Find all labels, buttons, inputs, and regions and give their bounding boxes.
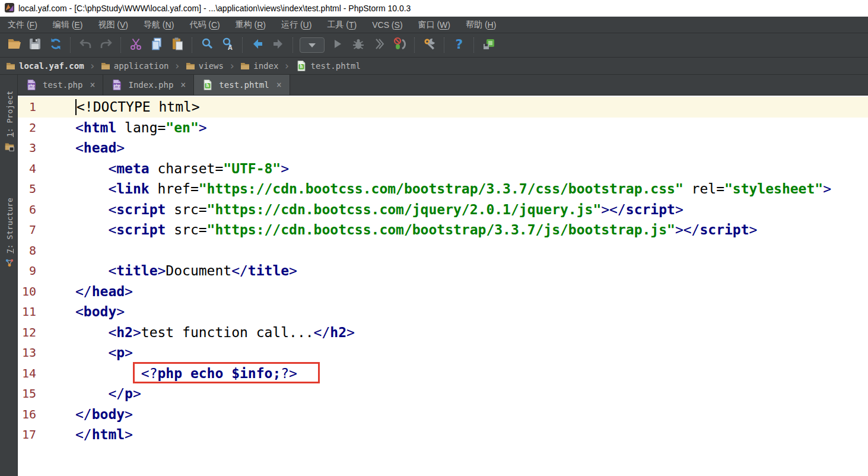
save-all-button[interactable] [24,36,45,54]
menu-item-c[interactable]: 代码 (C) [182,17,227,33]
cut-icon [129,37,143,53]
settings-button[interactable] [419,36,440,54]
line-number: 2 [18,118,36,138]
coverage-button[interactable] [368,36,389,54]
toolbar-separator [120,37,121,53]
toolbar-separator [70,37,71,53]
code-line-9: 9 <title>Document</title> [18,261,868,281]
editor-tab-bar: phptest.php×phpIndex.php×htest.phtml× [18,75,868,96]
close-icon[interactable]: × [180,80,186,90]
menu-item-s[interactable]: VCS (S) [364,17,410,33]
tab-test-php[interactable]: phptest.php× [18,75,103,95]
menu-item-f[interactable]: 文件 (F) [0,17,45,33]
code-text: <body> [75,302,125,322]
php-file-icon: php [111,79,123,91]
forward-button[interactable] [268,36,288,54]
paste-icon [170,37,185,53]
code-line-8: 8 [18,240,868,261]
code-text: <link href="https://cdn.bootcss.com/boot… [75,179,831,199]
main-area: 1: Project7: Structure phptest.php×phpIn… [0,75,868,476]
run-icon [330,37,345,53]
open-folder-button[interactable] [4,36,24,54]
stripe-button-project[interactable]: 1: Project [2,91,17,152]
breadcrumb-separator: › [229,60,235,72]
code-text: </html> [75,424,133,445]
phpstorm-logo-icon [5,3,14,14]
run-config-combo[interactable] [300,37,325,53]
redo-icon [99,37,113,53]
line-number: 5 [18,179,36,199]
html-file-icon: h [202,79,214,91]
toolbar-separator [192,37,192,53]
back-button[interactable] [247,36,268,54]
code-editor[interactable]: 1<!DOCTYPE html>2<html lang="en">3<head>… [18,96,868,476]
php-file-icon: php [26,79,37,91]
menu-item-w[interactable]: 窗口 (W) [411,17,458,33]
code-line-11: 11<body> [18,302,868,322]
run-button[interactable] [327,36,348,54]
line-number: 10 [18,281,36,302]
line-number: 14 [18,363,36,384]
tab-index-php[interactable]: phpIndex.php× [103,75,194,95]
help-button[interactable]: ? [449,36,469,54]
folder-icon [6,61,15,71]
undo-button[interactable] [75,36,96,54]
breadcrumb-item-local-yaf-com[interactable]: local.yaf.com [6,61,84,71]
line-number: 12 [18,322,36,343]
line-number: 8 [18,240,36,261]
line-number: 7 [18,220,36,240]
save-all-icon [28,37,42,53]
breadcrumb-item-index[interactable]: index [240,61,278,71]
install-plugin-button[interactable] [478,36,499,54]
svg-text:A: A [228,45,233,51]
breadcrumb-item-test-phtml[interactable]: htest.phtml [295,60,361,72]
replace-button[interactable]: A [217,36,238,54]
attach-debugger-button[interactable] [389,36,410,54]
tab-label: Index.php [128,80,173,90]
code-line-6: 6 <script src="https://cdn.bootcss.com/j… [18,199,868,220]
menu-item-h[interactable]: 帮助 (H) [458,17,504,33]
line-number: 1 [18,97,36,118]
tab-test-phtml[interactable]: htest.phtml× [194,75,290,95]
editor-content: phptest.php×phpIndex.php×htest.phtml× 1<… [18,75,868,476]
menu-item-t[interactable]: 工具 (T) [319,17,364,33]
find-button[interactable] [196,36,217,54]
title-bar: local.yaf.com - [C:\phpStudy\WWW\local.y… [0,0,868,17]
paste-button[interactable] [167,36,187,54]
coverage-icon [372,37,386,53]
stripe-button-structure[interactable]: 7: Structure [2,198,17,268]
code-text: <head> [75,138,125,158]
folder-icon [240,61,250,71]
breadcrumb-item-views[interactable]: views [186,61,224,71]
menu-item-v[interactable]: 视图 (V) [90,17,136,33]
line-number: 4 [18,158,36,179]
menu-item-n[interactable]: 导航 (N) [136,17,182,33]
menu-bar: 文件 (F)编辑 (E)视图 (V)导航 (N)代码 (C)重构 (R)运行 (… [0,17,868,33]
menu-item-r[interactable]: 重构 (R) [228,17,274,33]
close-icon[interactable]: × [90,80,95,90]
line-number: 6 [18,199,36,220]
code-text: </p> [75,383,141,404]
menu-item-e[interactable]: 编辑 (E) [45,17,91,33]
synchronize-button[interactable] [45,36,66,54]
toolbar-separator [292,37,293,53]
code-text: <html lang="en"> [75,118,207,138]
cut-button[interactable] [125,36,146,54]
code-line-4: 4 <meta charset="UTF-8"> [18,158,868,179]
debug-button[interactable] [348,36,368,54]
code-line-16: 16</body> [18,404,868,425]
copy-button[interactable] [146,36,167,54]
redo-button[interactable] [96,36,116,54]
code-line-14: 14 <?php echo $info;?> [18,363,868,384]
chevron-down-icon [309,43,316,47]
debug-icon [351,37,365,53]
menu-item-u[interactable]: 运行 (U) [274,17,319,33]
structure-icon [4,258,15,268]
svg-text:php: php [114,83,120,88]
synchronize-icon [49,37,63,53]
breadcrumb-item-application[interactable]: application [101,61,169,71]
toolbar-separator [444,37,444,53]
close-icon[interactable]: × [276,80,282,90]
code-text: <meta charset="UTF-8"> [75,158,289,179]
line-number: 13 [18,342,36,363]
